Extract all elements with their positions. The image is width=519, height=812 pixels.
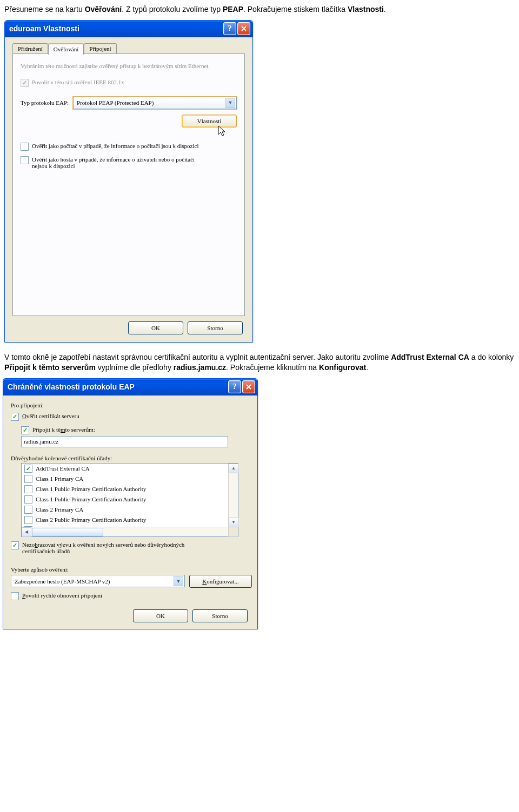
checkbox-label: Nezobrazovat výzvu k ověření nových serv… bbox=[22, 541, 201, 554]
checkbox-label: Ověřit jako hosta v případě, že informac… bbox=[32, 156, 210, 169]
tab-connection[interactable]: Připojení bbox=[84, 43, 116, 55]
item-label: Class 1 Public Primary Certification Aut… bbox=[36, 486, 146, 492]
checkbox-fast-reconnect[interactable]: Povolit rychlé obnovení připojení bbox=[11, 592, 250, 600]
list-rows: AddTrust External CA Class 1 Primary CA … bbox=[22, 464, 238, 536]
titlebar[interactable]: Chráněné vlastnosti protokolu EAP ? bbox=[3, 379, 257, 395]
trusted-ca-listbox[interactable]: AddTrust External CA Class 1 Primary CA … bbox=[21, 463, 238, 537]
checkbox-label: Připojit k těmto serverům: bbox=[32, 426, 95, 433]
window-body: Přidružení Ověřování Připojení Vybráním … bbox=[5, 37, 252, 342]
list-item[interactable]: Class 2 Public Primary Certification Aut… bbox=[22, 515, 238, 525]
bold: Připojit k těmto serverům bbox=[4, 363, 96, 372]
window-peap-properties: Chráněné vlastnosti protokolu EAP ? Pro … bbox=[3, 378, 258, 629]
cancel-button[interactable]: Storno bbox=[192, 609, 248, 622]
checkbox-icon[interactable] bbox=[21, 426, 29, 434]
text: . Z typů protokolu zvolíme typ bbox=[122, 5, 223, 14]
checkbox-icon[interactable] bbox=[11, 541, 19, 549]
scroll-down-icon[interactable]: ▼ bbox=[229, 518, 238, 527]
button-label: Vlastnosti bbox=[197, 118, 222, 124]
titlebar[interactable]: eduroam Vlastnosti ? bbox=[5, 21, 252, 37]
list-item[interactable]: Class 2 Primary CA bbox=[22, 505, 238, 515]
tab-strip: Přidružení Ověřování Připojení bbox=[12, 43, 245, 54]
checkbox-label: Povolit v této síti ověření IEEE 802.1x bbox=[32, 79, 124, 85]
checkbox-icon[interactable] bbox=[24, 516, 32, 524]
trusted-ca-wrapper: AddTrust External CA Class 1 Primary CA … bbox=[21, 463, 250, 537]
checkbox-auth-as-guest[interactable]: Ověřit jako hosta v případě, že informac… bbox=[21, 156, 237, 169]
chevron-down-icon: ▼ bbox=[225, 98, 235, 108]
cancel-button[interactable]: Storno bbox=[188, 321, 243, 334]
cursor-icon bbox=[217, 125, 227, 138]
scroll-track[interactable] bbox=[229, 473, 238, 518]
ok-button[interactable]: OK bbox=[133, 609, 188, 622]
list-item[interactable]: Class 1 Public Primary Certification Aut… bbox=[22, 484, 238, 494]
auth-method-select[interactable]: Zabezpečené heslo (EAP-MSCHAP v2) ▼ bbox=[11, 575, 185, 587]
window-title: Chráněné vlastnosti protokolu EAP bbox=[8, 382, 227, 391]
vertical-scrollbar[interactable]: ▲ ▼ bbox=[228, 464, 238, 527]
item-label: Class 1 Primary CA bbox=[36, 475, 83, 482]
text: a do kolonky bbox=[469, 353, 514, 361]
eap-label: Typ protokolu EAP: bbox=[21, 99, 69, 106]
scroll-left-icon[interactable]: ◀ bbox=[22, 527, 31, 537]
item-label: Class 1 Public Primary Certification Aut… bbox=[36, 496, 146, 502]
scroll-track[interactable] bbox=[31, 527, 228, 536]
eap-type-row: Typ protokolu EAP: Protokol PEAP (Protec… bbox=[21, 97, 237, 109]
list-item[interactable]: AddTrust External CA bbox=[22, 464, 238, 474]
scroll-up-icon[interactable]: ▲ bbox=[229, 464, 238, 473]
close-icon bbox=[246, 384, 251, 390]
text: . Pokračujeme kliknutím na bbox=[226, 363, 319, 372]
list-item[interactable]: Class 1 Primary CA bbox=[22, 474, 238, 484]
list-item[interactable]: Class 1 Public Primary Certification Aut… bbox=[22, 494, 238, 505]
window-title: eduroam Vlastnosti bbox=[9, 24, 222, 33]
properties-button[interactable]: Vlastnosti bbox=[182, 115, 237, 127]
tab-page: Vybráním této možnosti zajistíte ověřený… bbox=[12, 53, 245, 316]
help-button[interactable]: ? bbox=[223, 22, 236, 35]
close-button[interactable] bbox=[242, 380, 255, 393]
eap-type-select[interactable]: Protokol PEAP (Protected EAP) ▼ bbox=[73, 97, 237, 109]
bold: Vlastnosti bbox=[348, 5, 384, 14]
input-value: radius.jamu.cz bbox=[24, 438, 58, 445]
checkbox-label: Povolit rychlé obnovení připojení bbox=[22, 592, 102, 599]
checkbox-icon[interactable] bbox=[24, 475, 32, 483]
checkbox-no-prompt[interactable]: Nezobrazovat výzvu k ověření nových serv… bbox=[11, 541, 250, 554]
instruction-paragraph-2: V tomto okně je zapotřebí nastavit správ… bbox=[4, 352, 515, 373]
select-value: Protokol PEAP (Protected EAP) bbox=[77, 99, 154, 106]
tab-association[interactable]: Přidružení bbox=[12, 43, 48, 55]
description-text: Vybráním této možnosti zajistíte ověřený… bbox=[21, 63, 237, 69]
bold: Konfigurovat bbox=[319, 363, 366, 372]
horizontal-scrollbar[interactable]: ◀ ▶ bbox=[22, 527, 238, 536]
text: . Pokračujeme stiskem tlačítka bbox=[243, 5, 348, 14]
bold: radius.jamu.cz bbox=[174, 363, 226, 372]
trusted-ca-label: Důvěryhodné kořenové certifikační úřady: bbox=[11, 455, 250, 461]
bold: Ověřování bbox=[85, 5, 122, 14]
window-eduroam-properties: eduroam Vlastnosti ? Přidružení Ověřován… bbox=[4, 20, 253, 343]
close-icon bbox=[241, 26, 247, 31]
checkbox-connect-servers[interactable]: Připojit k těmto serverům: bbox=[21, 426, 250, 434]
checkbox-auth-as-computer[interactable]: Ověřit jako počítač v případě, že inform… bbox=[21, 143, 237, 151]
text: Přesuneme se na kartu bbox=[4, 5, 85, 14]
checkbox-icon[interactable] bbox=[21, 156, 29, 164]
servers-input[interactable]: radius.jamu.cz bbox=[21, 436, 228, 447]
connect-servers-block: Připojit k těmto serverům: radius.jamu.c… bbox=[21, 426, 250, 447]
bold: PEAP bbox=[223, 5, 243, 14]
help-button[interactable]: ? bbox=[228, 380, 241, 393]
auth-method-row: Zabezpečené heslo (EAP-MSCHAP v2) ▼ Konf… bbox=[11, 575, 250, 588]
checkbox-icon[interactable] bbox=[11, 413, 19, 421]
tab-authentication[interactable]: Ověřování bbox=[48, 43, 84, 55]
checkbox-label: OOvěřit certifikát serveruvěřit certifik… bbox=[22, 413, 79, 419]
scroll-corner bbox=[228, 527, 238, 536]
dialog-buttons: OK Storno bbox=[11, 602, 250, 622]
checkbox-icon[interactable] bbox=[24, 495, 32, 504]
item-label: Class 2 Public Primary Certification Aut… bbox=[36, 516, 146, 523]
checkbox-icon[interactable] bbox=[24, 485, 32, 493]
checkbox-icon[interactable] bbox=[11, 592, 19, 600]
checkbox-icon[interactable] bbox=[24, 506, 32, 514]
checkbox-verify-cert[interactable]: OOvěřit certifikát serveruvěřit certifik… bbox=[11, 413, 250, 421]
checkbox-icon[interactable] bbox=[24, 465, 32, 473]
checkbox-icon bbox=[21, 79, 29, 87]
window-body: Pro připojení: OOvěřit certifikát server… bbox=[3, 395, 257, 629]
ok-button[interactable]: OK bbox=[128, 321, 183, 334]
scroll-thumb[interactable] bbox=[32, 528, 103, 536]
select-value: Zabezpečené heslo (EAP-MSCHAP v2) bbox=[15, 578, 110, 585]
close-button[interactable] bbox=[237, 22, 250, 35]
configure-button[interactable]: Konfigurovat... bbox=[189, 575, 252, 588]
checkbox-icon[interactable] bbox=[21, 143, 29, 151]
